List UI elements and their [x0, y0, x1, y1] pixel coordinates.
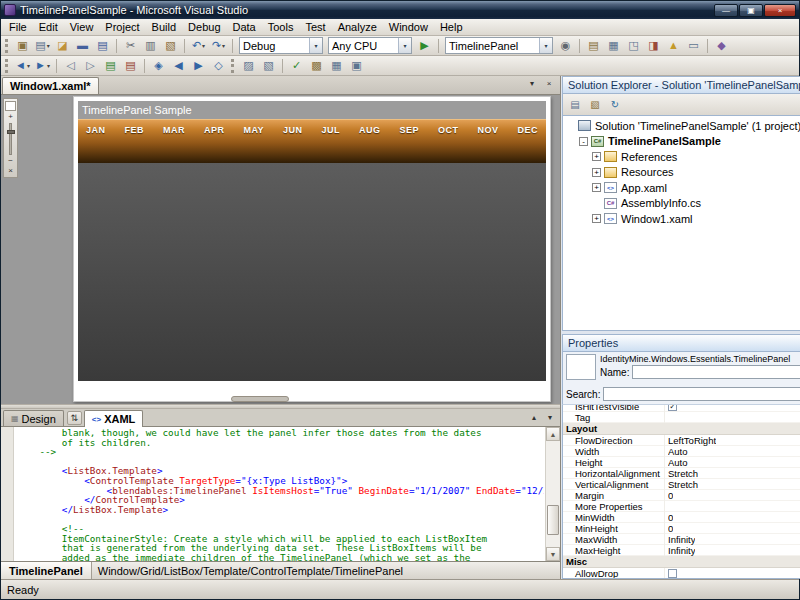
toggle-bookmark-icon[interactable]: ◈	[149, 57, 168, 75]
property-value[interactable]: Auto	[665, 457, 800, 468]
refresh-icon[interactable]: ↻	[606, 97, 624, 113]
close-document-icon[interactable]: ×	[542, 77, 556, 90]
property-value[interactable]	[665, 569, 800, 578]
property-row[interactable]: WidthAuto	[563, 446, 800, 457]
property-row[interactable]: HorizontalAlignmentStretch	[563, 468, 800, 479]
expand-icon[interactable]: +	[592, 168, 601, 177]
save-icon[interactable]: ▬	[73, 37, 92, 55]
dropdown-arrow-icon[interactable]: ▾	[202, 42, 205, 49]
expand-icon[interactable]: +	[592, 152, 601, 161]
menu-item-view[interactable]: View	[64, 19, 100, 35]
property-row[interactable]: FlowDirectionLeftToRight	[563, 435, 800, 446]
name-input[interactable]	[632, 365, 800, 379]
tree-item[interactable]: +<>App.xaml	[563, 180, 800, 196]
solution-configurations-combo[interactable]: Debug▾	[239, 37, 323, 54]
property-row[interactable]: Tag	[563, 412, 800, 423]
property-row[interactable]: AllowDrop	[563, 568, 800, 578]
xml-options-icon[interactable]: ▣	[347, 57, 366, 75]
property-value[interactable]: Auto	[665, 446, 800, 457]
tab-design[interactable]: ▦ Design	[3, 410, 64, 426]
zoom-slider[interactable]	[9, 123, 12, 155]
comment-selection-icon[interactable]: ▤	[101, 57, 120, 75]
zoom-close-icon[interactable]: ×	[8, 167, 13, 175]
next-bookmark-icon[interactable]: ▶	[189, 57, 208, 75]
combo-dropdown-icon[interactable]: ▾	[539, 38, 552, 53]
menu-item-window[interactable]: Window	[383, 19, 434, 35]
breadcrumb-path[interactable]: Window/Grid/ListBox/Template/ControlTemp…	[92, 565, 409, 577]
scroll-up-icon[interactable]: ▲	[546, 427, 560, 441]
active-files-dropdown-icon[interactable]: ▾	[525, 77, 539, 90]
menu-item-data[interactable]: Data	[227, 19, 262, 35]
tree-item[interactable]: +Resources	[563, 165, 800, 181]
paste-icon[interactable]: ▧	[161, 37, 180, 55]
collapse-icon[interactable]: -	[579, 137, 588, 146]
property-row[interactable]: MinWidth0	[563, 512, 800, 523]
property-row[interactable]: MaxWidthInfinity	[563, 534, 800, 545]
title-bar[interactable]: TimelinePanelSample - Microsoft Visual S…	[1, 1, 799, 19]
property-row[interactable]: MinHeight0	[563, 523, 800, 534]
dropdown-arrow-icon[interactable]: ▾	[47, 62, 50, 69]
solution-explorer-titlebar[interactable]: Solution Explorer - Solution 'TimelinePa…	[562, 76, 800, 94]
dropdown-arrow-icon[interactable]: ▾	[27, 62, 30, 69]
tree-item[interactable]: Solution 'TimelinePanelSample' (1 projec…	[563, 118, 800, 134]
zoom-in-icon[interactable]: +	[8, 113, 13, 121]
tree-item[interactable]: C#AssemblyInfo.cs	[563, 196, 800, 212]
property-value[interactable]: ✓	[665, 405, 800, 411]
command-window-icon[interactable]: ▭	[684, 37, 703, 55]
swap-panes-icon[interactable]: ⇅	[67, 411, 82, 425]
save-all-icon[interactable]: ▤	[93, 37, 112, 55]
create-schema-icon[interactable]: ▩	[307, 57, 326, 75]
extension-tool-icon[interactable]: ◆	[712, 37, 731, 55]
solution-platforms-combo[interactable]: Any CPU▾	[328, 37, 412, 54]
properties-icon[interactable]: ▤	[566, 97, 584, 113]
toolbox-icon[interactable]: ◨	[644, 37, 663, 55]
format-document-icon[interactable]: ▨	[239, 57, 258, 75]
validate-xml-icon[interactable]: ✓	[287, 57, 306, 75]
menu-item-build[interactable]: Build	[146, 19, 182, 35]
menu-item-file[interactable]: File	[3, 19, 33, 35]
property-value[interactable]: 0	[665, 523, 800, 534]
navigate-backward-icon[interactable]: ◄▾	[13, 57, 32, 75]
show-all-files-icon[interactable]: ▧	[586, 97, 604, 113]
zoom-value-box[interactable]	[5, 101, 16, 111]
property-category[interactable]: Layout▴	[563, 423, 800, 435]
uncomment-selection-icon[interactable]: ▤	[121, 57, 140, 75]
object-browser-icon[interactable]: ◳	[624, 37, 643, 55]
menu-item-tools[interactable]: Tools	[262, 19, 300, 35]
menu-item-project[interactable]: Project	[99, 19, 145, 35]
zoom-out-icon[interactable]: −	[8, 157, 13, 165]
undo-icon[interactable]: ↶▾	[189, 37, 208, 55]
checkbox-checked[interactable]: ✓	[668, 405, 677, 411]
open-file-icon[interactable]: ◪	[53, 37, 72, 55]
tree-item[interactable]: -C#TimelinePanelSample	[563, 134, 800, 150]
new-project-icon[interactable]: ▣	[13, 37, 32, 55]
start-debugging-icon[interactable]: ▶	[415, 37, 434, 55]
property-row[interactable]: VerticalAlignmentStretch	[563, 479, 800, 490]
editor-vertical-scrollbar[interactable]: ▲ ▼	[545, 427, 560, 561]
editor-scrollbar-thumb[interactable]	[547, 505, 559, 535]
property-row[interactable]: HeightAuto	[563, 457, 800, 468]
property-value[interactable]: LeftToRight	[665, 435, 800, 446]
scroll-down-icon[interactable]: ▼	[546, 547, 560, 561]
increase-indent-icon[interactable]: ▷	[81, 57, 100, 75]
property-value[interactable]: Stretch	[665, 479, 800, 490]
tab-xaml[interactable]: <> XAML	[84, 410, 144, 427]
toolbar-grip[interactable]	[5, 39, 10, 53]
toolbar-grip[interactable]	[231, 59, 236, 73]
restore-button[interactable]: ▣	[739, 4, 763, 17]
window-preview[interactable]: TimelinePanel Sample JANFEBMARAPRMAYJUNJ…	[73, 96, 551, 402]
find-in-files-icon[interactable]: ◉	[556, 37, 575, 55]
combo-dropdown-icon[interactable]: ▾	[309, 38, 322, 53]
error-list-icon[interactable]: ▲	[664, 37, 683, 55]
show-schema-icon[interactable]: ▦	[327, 57, 346, 75]
redo-icon[interactable]: ↷▾	[209, 37, 228, 55]
combo-dropdown-icon[interactable]: ▾	[398, 38, 411, 53]
tree-item[interactable]: +References	[563, 149, 800, 165]
previous-bookmark-icon[interactable]: ◀	[169, 57, 188, 75]
property-value[interactable]: 0	[665, 512, 800, 523]
close-button[interactable]: ×	[764, 4, 796, 17]
zoom-slider-thumb[interactable]	[7, 130, 15, 134]
property-value[interactable]: Stretch	[665, 468, 800, 479]
tree-item[interactable]: +<>Window1.xaml	[563, 211, 800, 227]
decrease-indent-icon[interactable]: ◁	[61, 57, 80, 75]
